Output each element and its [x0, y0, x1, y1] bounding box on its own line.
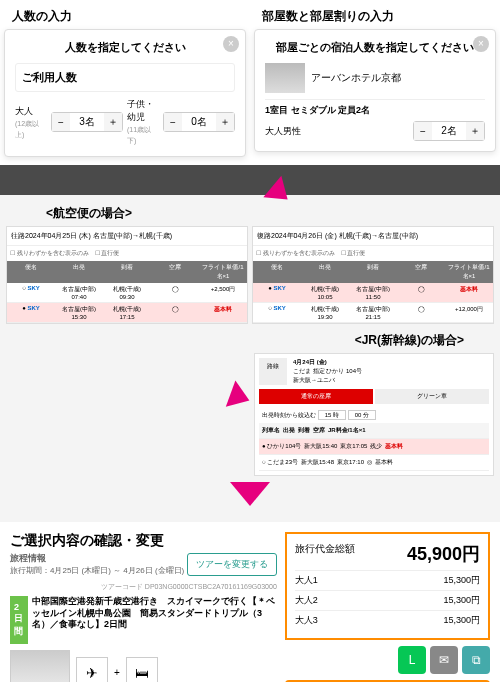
child-label: 子供・幼児(11歳以下): [127, 98, 159, 146]
room-line: 1室目 セミダブル 定員2名: [265, 99, 485, 117]
change-tour-button[interactable]: ツアーを変更する: [187, 553, 277, 576]
field-label: ご利用人数: [15, 63, 235, 92]
panel-title: 部屋ごとの宿泊人数を指定してください: [265, 40, 485, 55]
tour-code: ツアーコード DP03NG0000CTSBC2A70161169G03000: [10, 582, 277, 592]
minus-button[interactable]: −: [52, 113, 70, 131]
minus-button[interactable]: −: [414, 122, 432, 140]
arrow-down-icon: [230, 482, 270, 506]
adult-stepper[interactable]: −3名＋: [51, 112, 123, 132]
jr-tab-normal[interactable]: 通常の座席: [259, 389, 373, 404]
minus-button[interactable]: −: [164, 113, 182, 131]
outbound-panel: 往路2024年04月25日 (木) 名古屋(中部)→札幌(千歳) ☐ 残りわずか…: [6, 226, 248, 324]
child-stepper[interactable]: −0名＋: [163, 112, 235, 132]
male-label: 大人男性: [265, 125, 409, 138]
adult-label: 大人(12歳以上): [15, 105, 47, 140]
duration-badge: 2日間: [10, 596, 28, 644]
male-stepper[interactable]: −2名＋: [413, 121, 485, 141]
arrow-icon: [226, 380, 254, 413]
jr-case-title: <JR(新幹線)の場合>: [6, 332, 464, 349]
close-icon[interactable]: ×: [473, 36, 489, 52]
mail-icon[interactable]: ✉: [430, 646, 458, 674]
divider-bar: [0, 165, 500, 195]
close-icon[interactable]: ×: [223, 36, 239, 52]
plus-button[interactable]: ＋: [216, 113, 234, 131]
jr-row[interactable]: ○ こだま23号新大阪15:48東京17:10◎基本料: [259, 455, 489, 471]
flight-row[interactable]: ○ SKY札幌(千歳)19:30名古屋(中部)21:15◯+12,000円: [253, 303, 493, 323]
flight-row[interactable]: ○ SKY名古屋(中部)07:40札幌(千歳)09:30◯+2,500円: [7, 283, 247, 303]
flight-case-title: <航空便の場合>: [46, 205, 494, 222]
flight-panels: 往路2024年04月25日 (木) 名古屋(中部)→札幌(千歳) ☐ 残りわずか…: [6, 226, 494, 324]
plane-icon: ✈: [76, 657, 108, 683]
section-label-left: 人数の入力: [4, 4, 246, 29]
plus-button[interactable]: ＋: [466, 122, 484, 140]
total-price: 45,900円: [407, 542, 480, 566]
section-label-right: 部屋数と部屋割りの入力: [254, 4, 496, 29]
price-box: 旅行代金総額45,900円 大人115,300円 大人215,300円 大人31…: [285, 532, 490, 640]
flight-row[interactable]: ● SKY名古屋(中部)15:30札幌(千歳)17:15◯基本料: [7, 303, 247, 323]
price-column: 旅行代金総額45,900円 大人115,300円 大人215,300円 大人31…: [285, 532, 490, 682]
confirm-title: ご選択内容の確認・変更: [10, 532, 277, 550]
jr-row[interactable]: ● ひかり104号新大阪15:40東京17:05残少基本料: [259, 439, 489, 455]
copy-icon[interactable]: ⧉: [462, 646, 490, 674]
hotel-name: アーバンホテル京都: [311, 71, 401, 85]
plus-icon: +: [114, 667, 120, 678]
jr-tab-green[interactable]: グリーン車: [375, 389, 489, 404]
tour-thumb: [10, 650, 70, 682]
fp-head: 復路2024年04月26日 (金) 札幌(千歳)→名古屋(中部): [253, 227, 493, 246]
plus-button[interactable]: ＋: [104, 113, 122, 131]
jr-panel: 路線 4月24日 (金) こだま 指定 ひかり 104号 新大阪→ユニバ 通常の…: [254, 353, 494, 476]
route-label: 路線: [259, 358, 287, 385]
hotel-thumb: [265, 63, 305, 93]
return-panel: 復路2024年04月26日 (金) 札幌(千歳)→名古屋(中部) ☐ 残りわずか…: [252, 226, 494, 324]
people-panel: × 人数を指定してください ご利用人数 大人(12歳以上) −3名＋ 子供・幼児…: [4, 29, 246, 157]
line-icon[interactable]: L: [398, 646, 426, 674]
fp-head: 往路2024年04月25日 (木) 名古屋(中部)→札幌(千歳): [7, 227, 247, 246]
flight-row[interactable]: ● SKY札幌(千歳)10:05名古屋(中部)11:50◯基本料: [253, 283, 493, 303]
itinerary-column: ご選択内容の確認・変更 旅程情報 旅行期間：4月25日 (木曜日) ～ 4月26…: [10, 532, 277, 682]
tour-title: 中部国際空港発新千歳空港行き スカイマークで行く【＊ベッセルイン札幌中島公園 簡…: [32, 596, 277, 631]
room-panel: × 部屋ごとの宿泊人数を指定してください アーバンホテル京都 1室目 セミダブル…: [254, 29, 496, 152]
panel-title: 人数を指定してください: [15, 40, 235, 55]
bed-icon: 🛏: [126, 657, 158, 683]
